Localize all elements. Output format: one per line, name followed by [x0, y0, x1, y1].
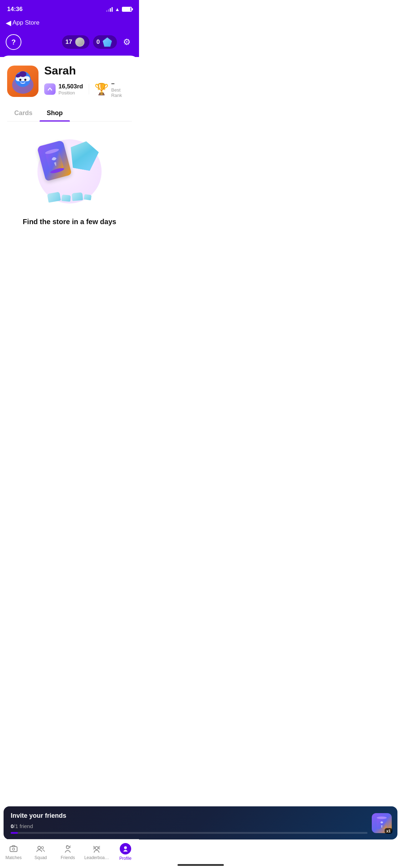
profile-tabs: Cards Shop: [7, 105, 132, 122]
shop-crystals: [45, 193, 94, 202]
chevron-up-icon: [47, 86, 53, 92]
signal-icon: [106, 7, 113, 12]
crystal-4: [84, 194, 92, 201]
position-label: Position: [58, 90, 83, 95]
status-icons: ▲: [106, 6, 132, 12]
back-button[interactable]: ◀ App Store: [6, 19, 40, 27]
status-time: 14:36: [7, 6, 22, 13]
shop-message: Find the store in a few days: [23, 218, 116, 226]
header: ? 17 0 ⚙: [0, 31, 139, 57]
svg-point-6: [24, 79, 26, 81]
back-chevron-icon: ◀: [6, 19, 11, 27]
gem-icon: [103, 37, 112, 47]
position-info: 16,503rd Position: [58, 83, 83, 95]
back-label: App Store: [12, 19, 40, 26]
nav-bar: ◀ App Store: [0, 17, 139, 31]
help-label: ?: [11, 38, 16, 46]
profile-info: Sarah 16,503rd Position 🏆: [44, 64, 132, 98]
settings-icon: ⚙: [123, 37, 131, 47]
star-trophy-icon: 🏆: [95, 82, 108, 96]
best-rank-stat: 🏆 – Best Rank: [95, 80, 132, 98]
rank-icon: [44, 83, 56, 95]
currency-row: 17 0 ⚙: [62, 35, 133, 49]
shop-content: Find the store in a few days: [7, 122, 132, 264]
tab-shop[interactable]: Shop: [40, 105, 70, 121]
shop-illustration: [34, 136, 105, 207]
svg-point-5: [19, 79, 21, 81]
avatar-svg: [9, 67, 37, 95]
help-button[interactable]: ?: [6, 34, 21, 50]
currency-gems-pill[interactable]: 0: [93, 35, 117, 49]
best-rank-info: – Best Rank: [111, 80, 132, 98]
status-bar: 14:36 ▲: [0, 0, 139, 17]
crystal-2: [61, 195, 71, 202]
crystal-1: [47, 192, 61, 203]
can-svg: [42, 146, 66, 175]
battery-icon: [122, 7, 132, 12]
position-stat: 16,503rd Position: [44, 83, 83, 95]
crystal-3: [72, 192, 83, 201]
currency-coins-pill[interactable]: 17: [62, 35, 89, 49]
profile-header: Sarah 16,503rd Position 🏆: [7, 64, 132, 98]
tab-cards[interactable]: Cards: [7, 105, 40, 121]
best-rank-label: Best Rank: [111, 87, 132, 98]
coin-icon: [75, 37, 84, 47]
stats-row: 16,503rd Position 🏆 – Best Rank: [44, 80, 132, 98]
best-rank-value: –: [111, 80, 132, 87]
stat-divider: [89, 84, 89, 94]
profile-name: Sarah: [44, 64, 132, 77]
avatar: [7, 66, 38, 97]
profile-section: Sarah 16,503rd Position 🏆: [0, 56, 139, 264]
gem-value: 0: [97, 38, 100, 46]
wifi-icon: ▲: [115, 6, 120, 12]
coin-value: 17: [66, 38, 72, 46]
settings-button[interactable]: ⚙: [120, 36, 133, 48]
position-value: 16,503rd: [58, 83, 83, 90]
